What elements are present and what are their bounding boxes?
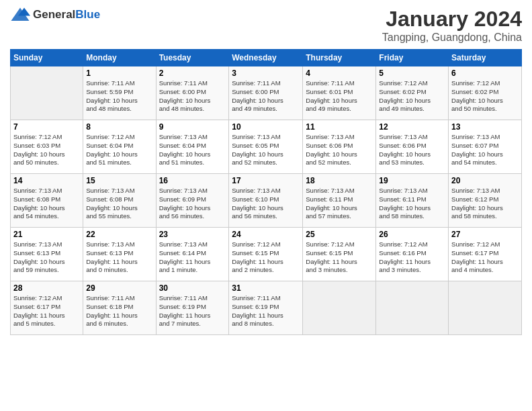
day-info: Sunrise: 7:13 AMSunset: 6:04 PMDaylight:… [159,133,226,167]
calendar-week-row: 14Sunrise: 7:13 AMSunset: 6:08 PMDayligh… [11,174,522,228]
logo-general: General [33,8,75,21]
day-info: Sunrise: 7:13 AMSunset: 6:13 PMDaylight:… [86,240,152,275]
day-number: 19 [379,176,445,185]
day-info: Sunrise: 7:11 AMSunset: 6:01 PMDaylight:… [306,79,373,113]
weekday-header: Sunday [11,50,83,66]
weekday-header: Tuesday [156,50,229,66]
calendar-cell: 3Sunrise: 7:11 AMSunset: 6:00 PMDaylight… [229,66,303,120]
day-info: Sunrise: 7:12 AMSunset: 6:03 PMDaylight:… [13,133,80,167]
day-number: 2 [159,68,226,78]
calendar-cell: 14Sunrise: 7:13 AMSunset: 6:08 PMDayligh… [11,174,83,228]
calendar-cell: 10Sunrise: 7:13 AMSunset: 6:05 PMDayligh… [229,120,303,174]
day-info: Sunrise: 7:13 AMSunset: 6:13 PMDaylight:… [13,240,80,275]
calendar-cell: 18Sunrise: 7:13 AMSunset: 6:11 PMDayligh… [303,174,376,228]
day-info: Sunrise: 7:11 AMSunset: 6:18 PMDaylight:… [86,294,152,328]
day-info: Sunrise: 7:11 AMSunset: 5:59 PMDaylight:… [86,79,152,113]
logo-icon [10,7,30,23]
day-number: 22 [86,230,152,239]
calendar-cell: 12Sunrise: 7:13 AMSunset: 6:06 PMDayligh… [376,120,449,174]
calendar-table: SundayMondayTuesdayWednesdayThursdayFrid… [10,49,522,335]
calendar-cell: 22Sunrise: 7:13 AMSunset: 6:13 PMDayligh… [83,228,156,281]
page-header: GeneralBlue January 2024 Tangping, Guang… [10,7,522,44]
calendar-cell: 28Sunrise: 7:12 AMSunset: 6:17 PMDayligh… [11,281,83,335]
day-number: 28 [13,283,80,293]
weekday-header: Saturday [449,50,522,66]
day-number: 1 [86,68,152,78]
calendar-cell: 1Sunrise: 7:11 AMSunset: 5:59 PMDaylight… [83,66,156,120]
calendar-cell: 17Sunrise: 7:13 AMSunset: 6:10 PMDayligh… [229,174,303,228]
calendar-cell: 5Sunrise: 7:12 AMSunset: 6:02 PMDaylight… [376,66,449,120]
calendar-cell: 7Sunrise: 7:12 AMSunset: 6:03 PMDaylight… [11,120,83,174]
logo-text: GeneralBlue [33,8,100,21]
calendar-cell [11,66,83,120]
day-info: Sunrise: 7:12 AMSunset: 6:17 PMDaylight:… [451,240,519,275]
calendar-week-row: 21Sunrise: 7:13 AMSunset: 6:13 PMDayligh… [11,228,522,281]
calendar-week-row: 1Sunrise: 7:11 AMSunset: 5:59 PMDaylight… [11,66,522,120]
calendar-header: SundayMondayTuesdayWednesdayThursdayFrid… [11,50,522,66]
calendar-cell: 13Sunrise: 7:13 AMSunset: 6:07 PMDayligh… [449,120,522,174]
weekday-header: Friday [376,50,449,66]
day-number: 25 [306,230,373,239]
calendar-cell: 31Sunrise: 7:11 AMSunset: 6:19 PMDayligh… [229,281,303,335]
subtitle: Tangping, Guangdong, China [382,32,522,44]
day-number: 9 [159,122,226,132]
calendar-cell: 20Sunrise: 7:13 AMSunset: 6:12 PMDayligh… [449,174,522,228]
calendar-cell: 30Sunrise: 7:11 AMSunset: 6:19 PMDayligh… [156,281,229,335]
day-number: 26 [379,230,445,239]
day-number: 27 [451,230,519,239]
day-info: Sunrise: 7:13 AMSunset: 6:08 PMDaylight:… [86,187,152,221]
calendar-cell: 4Sunrise: 7:11 AMSunset: 6:01 PMDaylight… [303,66,376,120]
calendar-cell: 24Sunrise: 7:12 AMSunset: 6:15 PMDayligh… [229,228,303,281]
calendar-week-row: 28Sunrise: 7:12 AMSunset: 6:17 PMDayligh… [11,281,522,335]
calendar-cell: 2Sunrise: 7:11 AMSunset: 6:00 PMDaylight… [156,66,229,120]
calendar-cell: 16Sunrise: 7:13 AMSunset: 6:09 PMDayligh… [156,174,229,228]
day-number: 18 [306,176,373,185]
calendar-cell: 27Sunrise: 7:12 AMSunset: 6:17 PMDayligh… [449,228,522,281]
day-number: 30 [159,283,226,293]
calendar-cell: 19Sunrise: 7:13 AMSunset: 6:11 PMDayligh… [376,174,449,228]
day-info: Sunrise: 7:13 AMSunset: 6:06 PMDaylight:… [306,133,373,167]
calendar-cell: 23Sunrise: 7:13 AMSunset: 6:14 PMDayligh… [156,228,229,281]
calendar-cell: 6Sunrise: 7:12 AMSunset: 6:02 PMDaylight… [449,66,522,120]
calendar-cell: 8Sunrise: 7:12 AMSunset: 6:04 PMDaylight… [83,120,156,174]
main-title: January 2024 [382,7,522,32]
day-number: 21 [13,230,80,239]
day-info: Sunrise: 7:11 AMSunset: 6:19 PMDaylight:… [232,294,300,328]
day-number: 13 [451,122,519,132]
day-number: 14 [13,176,80,185]
calendar-body: 1Sunrise: 7:11 AMSunset: 5:59 PMDaylight… [11,66,522,335]
day-number: 17 [232,176,300,185]
weekday-row: SundayMondayTuesdayWednesdayThursdayFrid… [11,50,522,66]
day-info: Sunrise: 7:13 AMSunset: 6:09 PMDaylight:… [159,187,226,221]
day-info: Sunrise: 7:12 AMSunset: 6:17 PMDaylight:… [13,294,80,328]
day-number: 3 [232,68,300,78]
calendar-week-row: 7Sunrise: 7:12 AMSunset: 6:03 PMDaylight… [11,120,522,174]
day-number: 7 [13,122,80,132]
day-info: Sunrise: 7:13 AMSunset: 6:11 PMDaylight:… [306,187,373,221]
weekday-header: Monday [83,50,156,66]
day-number: 29 [86,283,152,293]
calendar-cell [303,281,376,335]
calendar-cell: 25Sunrise: 7:12 AMSunset: 6:15 PMDayligh… [303,228,376,281]
day-number: 10 [232,122,300,132]
day-number: 12 [379,122,445,132]
day-number: 6 [451,68,519,78]
day-number: 11 [306,122,373,132]
calendar-cell: 26Sunrise: 7:12 AMSunset: 6:16 PMDayligh… [376,228,449,281]
day-info: Sunrise: 7:13 AMSunset: 6:12 PMDaylight:… [451,187,519,221]
calendar-cell: 29Sunrise: 7:11 AMSunset: 6:18 PMDayligh… [83,281,156,335]
calendar-cell: 11Sunrise: 7:13 AMSunset: 6:06 PMDayligh… [303,120,376,174]
day-info: Sunrise: 7:11 AMSunset: 6:00 PMDaylight:… [159,79,226,113]
day-info: Sunrise: 7:12 AMSunset: 6:02 PMDaylight:… [379,79,445,113]
day-info: Sunrise: 7:13 AMSunset: 6:06 PMDaylight:… [379,133,445,167]
title-section: January 2024 Tangping, Guangdong, China [382,7,522,44]
logo: GeneralBlue [10,7,100,23]
day-number: 4 [306,68,373,78]
day-info: Sunrise: 7:13 AMSunset: 6:14 PMDaylight:… [159,240,226,275]
day-number: 16 [159,176,226,185]
day-number: 24 [232,230,300,239]
calendar-cell [449,281,522,335]
day-number: 15 [86,176,152,185]
day-number: 8 [86,122,152,132]
day-info: Sunrise: 7:11 AMSunset: 6:00 PMDaylight:… [232,79,300,113]
